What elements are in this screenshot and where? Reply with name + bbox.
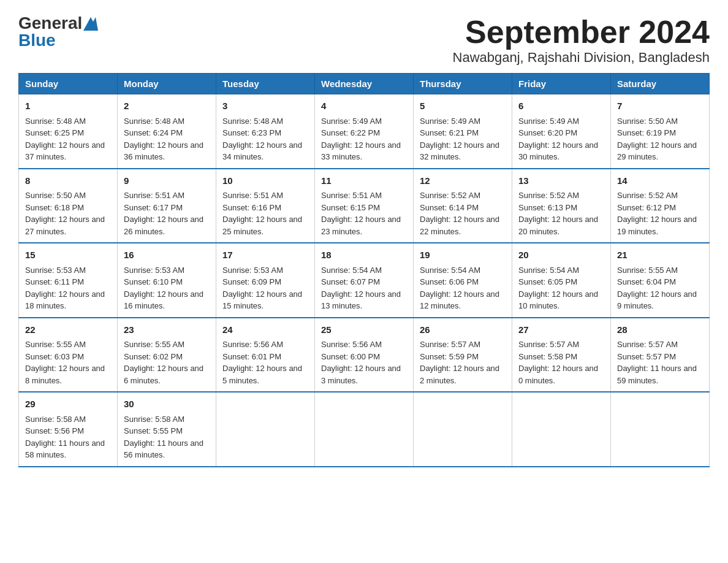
calendar-cell: 20 Sunrise: 5:54 AM Sunset: 6:05 PM Dayl… (512, 243, 611, 318)
day-number: 16 (124, 248, 210, 262)
sunrise-text: Sunrise: 5:55 AM (124, 340, 184, 349)
daylight-text: Daylight: 12 hours and 32 minutes. (420, 140, 499, 162)
sunset-text: Sunset: 6:06 PM (420, 277, 479, 286)
sunrise-text: Sunrise: 5:53 AM (124, 266, 184, 275)
day-number: 5 (420, 99, 506, 113)
sunset-text: Sunset: 5:55 PM (124, 426, 183, 435)
sunset-text: Sunset: 6:25 PM (25, 128, 84, 137)
sunrise-text: Sunrise: 5:57 AM (518, 340, 579, 349)
day-number: 8 (25, 174, 111, 188)
sunset-text: Sunset: 6:19 PM (617, 128, 676, 137)
sunset-text: Sunset: 6:13 PM (518, 203, 577, 212)
calendar-cell: 18 Sunrise: 5:54 AM Sunset: 6:07 PM Dayl… (315, 243, 414, 318)
sunrise-text: Sunrise: 5:48 AM (124, 117, 184, 126)
daylight-text: Daylight: 12 hours and 12 minutes. (420, 289, 499, 311)
calendar-cell: 27 Sunrise: 5:57 AM Sunset: 5:58 PM Dayl… (512, 318, 611, 393)
sunrise-text: Sunrise: 5:49 AM (518, 117, 579, 126)
calendar-cell: 15 Sunrise: 5:53 AM Sunset: 6:11 PM Dayl… (19, 243, 118, 318)
sunrise-text: Sunrise: 5:50 AM (617, 117, 678, 126)
day-number: 28 (617, 323, 703, 337)
calendar-cell: 1 Sunrise: 5:48 AM Sunset: 6:25 PM Dayli… (19, 94, 118, 169)
sunset-text: Sunset: 6:11 PM (25, 277, 84, 286)
calendar-cell: 26 Sunrise: 5:57 AM Sunset: 5:59 PM Dayl… (414, 318, 512, 393)
calendar-cell: 11 Sunrise: 5:51 AM Sunset: 6:15 PM Dayl… (315, 169, 414, 243)
calendar-cell: 16 Sunrise: 5:53 AM Sunset: 6:10 PM Dayl… (118, 243, 216, 318)
sunrise-text: Sunrise: 5:57 AM (617, 340, 678, 349)
day-number: 25 (321, 323, 407, 337)
calendar-cell: 10 Sunrise: 5:51 AM Sunset: 6:16 PM Dayl… (216, 169, 315, 243)
daylight-text: Daylight: 12 hours and 19 minutes. (617, 215, 697, 236)
day-number: 4 (321, 99, 407, 113)
daylight-text: Daylight: 12 hours and 9 minutes. (617, 289, 697, 311)
sunset-text: Sunset: 5:57 PM (617, 352, 676, 361)
sunrise-text: Sunrise: 5:58 AM (124, 415, 184, 424)
sunrise-text: Sunrise: 5:56 AM (321, 340, 382, 349)
title-block: September 2024 Nawabganj, Rajshahi Divis… (453, 15, 710, 66)
day-header-wednesday: Wednesday (315, 74, 414, 94)
logo-triangle-icon (83, 17, 98, 31)
logo: General Blue (18, 15, 98, 49)
daylight-text: Daylight: 12 hours and 34 minutes. (222, 140, 302, 162)
sunset-text: Sunset: 6:14 PM (420, 203, 479, 212)
sunrise-text: Sunrise: 5:54 AM (518, 266, 579, 275)
sunset-text: Sunset: 6:01 PM (222, 352, 281, 361)
sunrise-text: Sunrise: 5:54 AM (420, 266, 480, 275)
logo-general: General (18, 15, 82, 32)
calendar-table: SundayMondayTuesdayWednesdayThursdayFrid… (18, 73, 710, 467)
day-number: 1 (25, 99, 111, 113)
sunset-text: Sunset: 6:23 PM (222, 128, 281, 137)
calendar-cell: 23 Sunrise: 5:55 AM Sunset: 6:02 PM Dayl… (118, 318, 216, 393)
sunset-text: Sunset: 6:24 PM (124, 128, 183, 137)
day-header-monday: Monday (118, 74, 216, 94)
day-header-saturday: Saturday (611, 74, 710, 94)
sunset-text: Sunset: 6:09 PM (222, 277, 281, 286)
sunset-text: Sunset: 5:58 PM (518, 352, 577, 361)
calendar-cell: 13 Sunrise: 5:52 AM Sunset: 6:13 PM Dayl… (512, 169, 611, 243)
sunset-text: Sunset: 6:00 PM (321, 352, 380, 361)
day-number: 15 (25, 248, 111, 262)
day-number: 11 (321, 174, 407, 188)
sunset-text: Sunset: 6:15 PM (321, 203, 380, 212)
day-number: 26 (420, 323, 506, 337)
sunset-text: Sunset: 6:10 PM (124, 277, 183, 286)
daylight-text: Daylight: 11 hours and 59 minutes. (617, 364, 697, 385)
daylight-text: Daylight: 12 hours and 29 minutes. (617, 140, 697, 162)
day-number: 24 (222, 323, 308, 337)
sunset-text: Sunset: 6:02 PM (124, 352, 183, 361)
sunset-text: Sunset: 6:18 PM (25, 203, 84, 212)
day-number: 18 (321, 248, 407, 262)
day-number: 29 (25, 397, 111, 412)
calendar-header-row: SundayMondayTuesdayWednesdayThursdayFrid… (19, 74, 710, 94)
calendar-week-row: 1 Sunrise: 5:48 AM Sunset: 6:25 PM Dayli… (19, 94, 710, 169)
daylight-text: Daylight: 12 hours and 23 minutes. (321, 215, 401, 236)
calendar-cell (414, 392, 512, 467)
logo-blue: Blue (18, 31, 56, 50)
calendar-cell: 3 Sunrise: 5:48 AM Sunset: 6:23 PM Dayli… (216, 94, 315, 169)
day-number: 14 (617, 174, 703, 188)
sunrise-text: Sunrise: 5:57 AM (420, 340, 480, 349)
daylight-text: Daylight: 12 hours and 3 minutes. (321, 364, 401, 385)
sunrise-text: Sunrise: 5:56 AM (222, 340, 283, 349)
day-number: 3 (222, 99, 308, 113)
day-number: 22 (25, 323, 111, 337)
daylight-text: Daylight: 12 hours and 27 minutes. (25, 215, 105, 236)
page-subtitle: Nawabganj, Rajshahi Division, Bangladesh (453, 50, 710, 66)
daylight-text: Daylight: 12 hours and 25 minutes. (222, 215, 302, 236)
page-header: General Blue September 2024 Nawabganj, R… (18, 15, 710, 66)
sunrise-text: Sunrise: 5:51 AM (222, 191, 283, 200)
calendar-cell (611, 392, 710, 467)
sunset-text: Sunset: 5:59 PM (420, 352, 479, 361)
calendar-cell: 9 Sunrise: 5:51 AM Sunset: 6:17 PM Dayli… (118, 169, 216, 243)
calendar-cell: 24 Sunrise: 5:56 AM Sunset: 6:01 PM Dayl… (216, 318, 315, 393)
calendar-cell: 30 Sunrise: 5:58 AM Sunset: 5:55 PM Dayl… (118, 392, 216, 467)
daylight-text: Daylight: 12 hours and 5 minutes. (222, 364, 302, 385)
day-number: 2 (124, 99, 210, 113)
day-header-sunday: Sunday (19, 74, 118, 94)
daylight-text: Daylight: 11 hours and 56 minutes. (124, 439, 203, 460)
sunrise-text: Sunrise: 5:55 AM (617, 266, 678, 275)
calendar-week-row: 22 Sunrise: 5:55 AM Sunset: 6:03 PM Dayl… (19, 318, 710, 393)
daylight-text: Daylight: 12 hours and 8 minutes. (25, 364, 105, 385)
sunrise-text: Sunrise: 5:52 AM (518, 191, 579, 200)
sunrise-text: Sunrise: 5:52 AM (617, 191, 678, 200)
daylight-text: Daylight: 12 hours and 2 minutes. (420, 364, 499, 385)
